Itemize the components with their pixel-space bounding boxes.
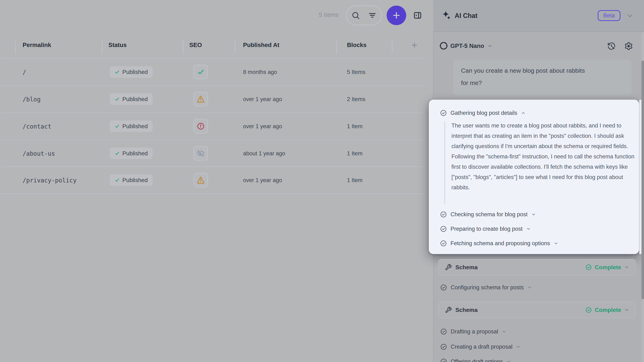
reasoning-step-label: Checking schema for blog post <box>450 211 528 218</box>
tool-card-status: Complete <box>595 264 621 271</box>
reasoning-step[interactable]: Offering draft options <box>440 358 511 362</box>
clear-history-button[interactable] <box>607 42 616 50</box>
column-divider <box>336 39 337 53</box>
table-row[interactable]: / Published 8 months ago 5 Items <box>0 59 424 85</box>
cell-published-at: over 1 year ago <box>243 123 282 130</box>
sidebar-toggle-button[interactable] <box>413 11 422 20</box>
cell-permalink: /privacy-policy <box>23 177 76 184</box>
chevron-down-icon <box>554 241 558 246</box>
check-circle-icon <box>585 307 592 313</box>
status-badge: Published <box>110 66 152 78</box>
reasoning-step-label: Configuring schema for posts <box>451 284 524 291</box>
chevron-down-icon <box>626 12 634 20</box>
search-button[interactable] <box>351 11 360 20</box>
reasoning-indent-rail <box>444 121 445 204</box>
reasoning-step-label: Preparing to create blog post <box>450 226 522 232</box>
chevron-down-icon <box>502 329 506 334</box>
model-selector[interactable]: GPT-5 Nano <box>450 42 492 49</box>
openai-logo-icon <box>439 41 448 50</box>
collapse-panel-icon <box>413 11 422 20</box>
check-icon <box>114 177 120 183</box>
seo-error-icon <box>197 122 205 130</box>
add-column-button[interactable] <box>410 41 418 49</box>
seo-warning-icon <box>197 176 205 184</box>
cell-permalink: /contact <box>23 123 52 130</box>
seo-hidden-icon <box>197 149 205 157</box>
history-clear-icon <box>607 42 616 50</box>
cell-blocks: 5 Items <box>347 69 366 75</box>
cell-published-at: over 1 year ago <box>243 96 282 102</box>
reasoning-step[interactable]: Creating a draft proposal <box>440 343 521 351</box>
cell-blocks: 1 Item <box>347 150 362 157</box>
wrench-icon <box>445 307 452 313</box>
table-row[interactable]: /about-us Published about 1 year ago 1 I… <box>0 140 424 167</box>
reasoning-step-expanded[interactable]: Gathering blog post details <box>440 109 526 117</box>
reasoning-step-label: Drafting a proposal <box>451 328 498 335</box>
tool-call-card[interactable]: Schema Complete <box>438 302 636 318</box>
check-circle-icon <box>440 358 447 362</box>
column-divider <box>235 39 235 53</box>
cell-published-at: 8 months ago <box>243 69 277 75</box>
collapse-chat-button[interactable] <box>626 12 634 20</box>
cell-permalink: /blog <box>23 96 40 103</box>
column-divider <box>392 39 392 53</box>
beta-badge: Beta <box>598 10 620 21</box>
scrollbar-thumb[interactable] <box>642 60 644 299</box>
cell-blocks: 1 Item <box>347 177 362 184</box>
reasoning-step[interactable]: Configuring schema for posts <box>440 284 532 292</box>
column-header-status[interactable]: Status <box>108 41 127 48</box>
item-count: 5 Items <box>282 11 338 18</box>
reasoning-step[interactable]: Checking schema for blog post <box>440 210 536 218</box>
filter-button[interactable] <box>368 11 377 20</box>
tool-card-label: Schema <box>456 307 478 313</box>
chat-panel-title: AI Chat <box>455 12 478 19</box>
search-filter-group <box>346 5 382 25</box>
add-item-button[interactable] <box>386 5 406 25</box>
filter-icon <box>368 11 377 20</box>
reasoning-step[interactable]: Preparing to create blog post <box>440 225 531 233</box>
chevron-down-icon <box>516 345 521 349</box>
cell-published-at: about 1 year ago <box>243 150 285 157</box>
reasoning-body-text: The user wants me to create a blog post … <box>452 120 638 193</box>
chevron-up-icon <box>521 111 526 115</box>
check-circle-icon <box>440 284 447 291</box>
chevron-down-icon <box>506 359 511 362</box>
reasoning-step[interactable]: Fetching schema and proposing options <box>440 239 558 247</box>
seo-status <box>194 65 208 79</box>
row-divider <box>2 194 423 194</box>
tool-card-status: Complete <box>595 307 621 313</box>
table-row[interactable]: /blog Published over 1 year ago 2 Items <box>0 86 424 112</box>
column-header-published-at[interactable]: Published At <box>243 41 279 48</box>
check-circle-icon <box>440 328 447 335</box>
check-circle-icon <box>440 343 447 350</box>
check-circle-icon <box>440 240 447 247</box>
column-header-permalink[interactable]: Permalink <box>23 41 51 48</box>
seo-ok-icon <box>197 68 205 76</box>
chat-settings-button[interactable] <box>624 42 633 50</box>
column-divider <box>15 39 16 53</box>
status-badge: Published <box>110 148 152 159</box>
wrench-icon <box>445 264 452 271</box>
reasoning-step-label: Offering draft options <box>451 359 503 362</box>
chevron-down-icon <box>526 227 531 231</box>
check-circle-icon <box>585 264 592 271</box>
check-icon <box>114 151 120 156</box>
seo-status <box>194 146 208 161</box>
status-badge: Published <box>110 93 152 105</box>
cell-published-at: over 1 year ago <box>243 177 282 184</box>
scrollbar-gutter-highlight <box>639 100 642 254</box>
seo-warning-icon <box>197 95 205 103</box>
column-header-seo[interactable]: SEO <box>189 41 202 48</box>
chevron-down-icon <box>527 285 532 290</box>
table-row[interactable]: /contact Published over 1 year ago 1 Ite… <box>0 113 424 140</box>
model-name: GPT-5 Nano <box>450 42 484 49</box>
seo-status <box>194 119 208 133</box>
plus-icon <box>392 11 401 20</box>
user-message-text: Can you create a new blog post about rab… <box>461 64 588 89</box>
tool-call-card[interactable]: Schema Complete <box>438 259 636 276</box>
table-row[interactable]: /privacy-policy Published over 1 year ag… <box>0 167 424 193</box>
chevron-down-icon <box>624 307 629 313</box>
column-header-blocks[interactable]: Blocks <box>347 41 366 48</box>
reasoning-step[interactable]: Drafting a proposal <box>440 328 506 336</box>
reasoning-panel: Gathering blog post details The user wan… <box>429 100 639 254</box>
